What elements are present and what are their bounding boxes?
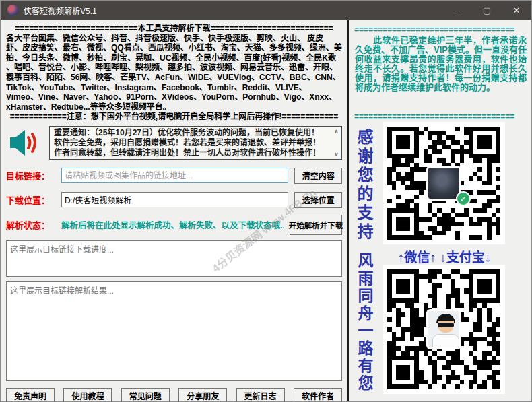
alipay-avatar: [426, 309, 461, 349]
title-bar: 侠客短视频解析V5.1 – ▢ ✕: [1, 1, 531, 20]
announcement-line: 重要通知：（25年10月27日）优化软件服务波动的问题，当前已恢复使用！: [54, 128, 331, 138]
download-location-row: 下载位置： 选择位置: [6, 192, 342, 208]
announcement-box: 重要通知：（25年10月27日）优化软件服务波动的问题，当前已恢复使用！ 软件完…: [49, 126, 342, 160]
intro-warning-line: ============注意：想下国外平台视频,请电脑开启全局科学上网后再操作!…: [6, 112, 342, 122]
disclaimer-button[interactable]: 免责声明: [6, 388, 55, 402]
parse-result-box[interactable]: [6, 281, 342, 381]
alipay-qr-code: [383, 265, 505, 394]
share-button[interactable]: 分享朋友: [178, 388, 227, 402]
cartoon-shirt: [432, 334, 459, 349]
minimize-button[interactable]: –: [442, 1, 472, 20]
app-window: 侠客短视频解析V5.1 – ▢ ✕ ======================…: [0, 0, 532, 402]
cartoon-sunglasses: [438, 323, 454, 327]
tutorial-button[interactable]: 使用教程: [63, 388, 112, 402]
window-title: 侠客短视频解析V5.1: [24, 5, 97, 16]
qr-zone: 感谢您的支持 风雨同舟一路有您 ✓ ↑微信↑ ↓支付宝↓: [349, 121, 531, 401]
donation-panel: ================================== 此软件已稳…: [349, 20, 531, 401]
target-link-label: 目标链接：: [6, 169, 61, 182]
changelog-button[interactable]: 更新日志: [236, 388, 285, 402]
app-icon: [7, 5, 18, 15]
wechat-qr-code: ✓: [383, 122, 505, 244]
wechat-check-icon: ✓: [456, 191, 471, 206]
intro-line: 虾、皮皮搞笑、最右、微视、QQ看点、西瓜视频、小红书、淘宝、天猫、多多视频、绿洲…: [6, 43, 342, 53]
choose-location-button[interactable]: 选择位置: [294, 192, 342, 208]
intro-line: 糗事百科、陌陌、56网、映客、芒果TV、AcFun、WIDE、VUEVlog、C…: [6, 73, 342, 83]
faq-button[interactable]: 常见问题: [121, 388, 170, 402]
window-controls: – ▢ ✕: [442, 1, 531, 20]
target-link-row: 目标链接： 清空内容: [6, 168, 342, 184]
maximize-button[interactable]: ▢: [472, 1, 502, 20]
announcement-line: 软件完全免费，采用自愿捐赠模式！若您若是买来的请退款、差评并举报！: [54, 138, 331, 148]
download-progress-box[interactable]: [6, 240, 342, 277]
download-location-label: 下载位置：: [6, 193, 61, 206]
supported-platforms-text: ==========================本工具支持解析下载=====…: [6, 24, 342, 122]
wechat-avatar: ✓: [426, 166, 461, 201]
close-button[interactable]: ✕: [502, 1, 531, 20]
separator-line: ==================================: [354, 112, 526, 121]
author-button[interactable]: 软件作者: [294, 388, 342, 402]
thanks-vertical-text: 感谢您的支持: [352, 129, 376, 242]
download-location-input[interactable]: [61, 192, 288, 207]
parse-status-message: 解析后将在此处显示解析成功、解析失败、以及下载状态哦...: [61, 218, 284, 231]
announcement-line: 作者同意转载，但转载请注明出处！禁止一切人员对软件进行破坏性操作！: [54, 148, 331, 158]
donation-message: 此软件已稳定维护三年半，作者承诺永久免费、不加广告、VIP模式。但一直没有任何收…: [355, 36, 527, 92]
qr-labels: ↑微信↑ ↓支付宝↓: [377, 247, 512, 265]
intro-line: xHamster、Redtube...等等众多短视频平台。: [6, 102, 342, 112]
footer-button-row: 免责声明 使用教程 常见问题 分享朋友 更新日志 软件作者: [6, 388, 342, 402]
intro-line: 、唱吧、音悦台、小影、哔哩哔哩、梨视频、趣多拍、波波视频、网易云音乐、迅雷、开眼…: [6, 63, 342, 73]
support-vertical-text: 风雨同舟一路有您: [352, 253, 375, 393]
separator-line: ==================================: [354, 25, 526, 34]
clear-content-button[interactable]: 清空内容: [294, 168, 342, 184]
intro-line: TikTok、YouTube、Twitter、Instagram、Faceboo…: [6, 83, 342, 93]
parse-status-label: 解析状态：: [6, 218, 61, 231]
intro-line: Vimeo、Vine、Naver、Yahoo、91Porn、XVideos、Yo…: [6, 92, 342, 102]
alipay-avatar-cartoon: [426, 309, 461, 349]
scroll-up-icon[interactable]: ∧: [332, 127, 341, 135]
speaker-icon: [9, 128, 40, 158]
notice-row: 重要通知：（25年10月27日）优化软件服务波动的问题，当前已恢复使用！ 软件完…: [6, 126, 342, 160]
intro-line: 各大平台图集、微信公众号、抖音、抖音极速版、快手、快手极速版、剪映、火山、 皮皮: [6, 34, 342, 44]
scroll-down-icon[interactable]: ∨: [332, 150, 341, 158]
main-panel: ==========================本工具支持解析下载=====…: [1, 20, 349, 401]
intro-line: ==========================本工具支持解析下载=====…: [6, 24, 342, 34]
parse-status-row: 解析状态： 解析后将在此处显示解析成功、解析失败、以及下载状态哦... 开始解析…: [6, 215, 342, 235]
start-parse-download-button[interactable]: 开始解析并下载: [290, 215, 342, 235]
target-link-input[interactable]: [61, 168, 288, 183]
intro-line: 拍、今日头条、微博、秒拍、刷宝、晃咖、UC视频、全民小视频、百度(好看)视频、全…: [6, 53, 342, 63]
